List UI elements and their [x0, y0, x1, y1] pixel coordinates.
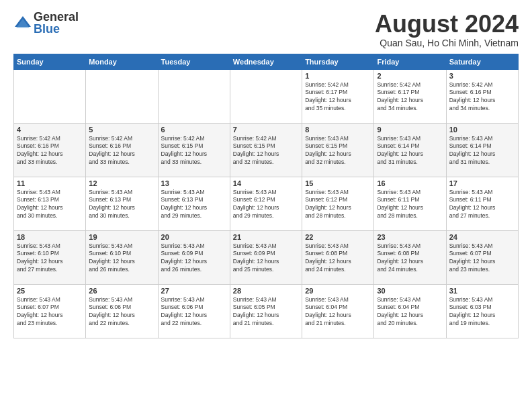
day-info: Sunrise: 5:42 AM Sunset: 6:16 PM Dayligh… [17, 135, 83, 167]
day-info: Sunrise: 5:43 AM Sunset: 6:10 PM Dayligh… [17, 242, 83, 275]
day-number: 25 [17, 287, 83, 295]
day-number: 29 [305, 287, 371, 295]
calendar-cell: 9Sunrise: 5:43 AM Sunset: 6:14 PM Daylig… [374, 123, 446, 177]
day-number: 15 [305, 179, 371, 187]
day-info: Sunrise: 5:42 AM Sunset: 6:16 PM Dayligh… [89, 135, 154, 167]
calendar-cell: 15Sunrise: 5:43 AM Sunset: 6:12 PM Dayli… [302, 177, 374, 230]
calendar-cell: 22Sunrise: 5:43 AM Sunset: 6:08 PM Dayli… [302, 230, 374, 284]
day-info: Sunrise: 5:43 AM Sunset: 6:10 PM Dayligh… [89, 242, 154, 275]
day-number: 28 [233, 287, 299, 295]
calendar-cell: 4Sunrise: 5:42 AM Sunset: 6:16 PM Daylig… [14, 123, 86, 177]
day-number: 30 [377, 287, 443, 295]
day-info: Sunrise: 5:42 AM Sunset: 6:16 PM Dayligh… [449, 81, 515, 113]
day-number: 6 [161, 126, 227, 134]
calendar-cell: 16Sunrise: 5:43 AM Sunset: 6:11 PM Dayli… [374, 177, 446, 230]
day-info: Sunrise: 5:42 AM Sunset: 6:17 PM Dayligh… [377, 81, 443, 113]
calendar-cell: 20Sunrise: 5:43 AM Sunset: 6:09 PM Dayli… [158, 230, 230, 284]
calendar-cell: 28Sunrise: 5:43 AM Sunset: 6:05 PM Dayli… [230, 284, 302, 338]
day-number: 19 [89, 233, 154, 241]
calendar-cell: 23Sunrise: 5:43 AM Sunset: 6:08 PM Dayli… [374, 230, 446, 284]
day-info: Sunrise: 5:43 AM Sunset: 6:09 PM Dayligh… [161, 242, 227, 275]
day-number: 8 [305, 126, 371, 134]
day-number: 7 [233, 126, 299, 134]
logo-general: General [34, 11, 79, 23]
calendar-cell: 25Sunrise: 5:43 AM Sunset: 6:07 PM Dayli… [14, 284, 86, 338]
calendar-week-row: 11Sunrise: 5:43 AM Sunset: 6:13 PM Dayli… [14, 177, 519, 230]
calendar: SundayMondayTuesdayWednesdayThursdayFrid… [13, 54, 519, 338]
day-info: Sunrise: 5:43 AM Sunset: 6:15 PM Dayligh… [305, 135, 371, 167]
calendar-cell: 27Sunrise: 5:43 AM Sunset: 6:06 PM Dayli… [158, 284, 230, 338]
weekday-header-cell: Saturday [446, 54, 518, 69]
header: General Blue August 2024 Quan Sau, Ho Ch… [13, 11, 519, 48]
calendar-cell [86, 69, 158, 123]
calendar-cell: 2Sunrise: 5:42 AM Sunset: 6:17 PM Daylig… [374, 69, 446, 123]
calendar-cell: 24Sunrise: 5:43 AM Sunset: 6:07 PM Dayli… [446, 230, 518, 284]
calendar-cell: 13Sunrise: 5:43 AM Sunset: 6:13 PM Dayli… [158, 177, 230, 230]
day-number: 18 [17, 233, 83, 241]
logo-blue: Blue [34, 23, 79, 35]
calendar-week-row: 18Sunrise: 5:43 AM Sunset: 6:10 PM Dayli… [14, 230, 519, 284]
day-number: 21 [233, 233, 299, 241]
calendar-body: 1Sunrise: 5:42 AM Sunset: 6:17 PM Daylig… [14, 69, 519, 338]
weekday-header-row: SundayMondayTuesdayWednesdayThursdayFrid… [14, 54, 519, 69]
calendar-cell: 6Sunrise: 5:42 AM Sunset: 6:15 PM Daylig… [158, 123, 230, 177]
calendar-week-row: 1Sunrise: 5:42 AM Sunset: 6:17 PM Daylig… [14, 69, 519, 123]
calendar-cell: 14Sunrise: 5:43 AM Sunset: 6:12 PM Dayli… [230, 177, 302, 230]
day-number: 31 [449, 287, 515, 295]
weekday-header-cell: Tuesday [158, 54, 230, 69]
calendar-cell [158, 69, 230, 123]
calendar-cell: 29Sunrise: 5:43 AM Sunset: 6:04 PM Dayli… [302, 284, 374, 338]
calendar-cell: 21Sunrise: 5:43 AM Sunset: 6:09 PM Dayli… [230, 230, 302, 284]
calendar-cell: 7Sunrise: 5:42 AM Sunset: 6:15 PM Daylig… [230, 123, 302, 177]
calendar-cell [14, 69, 86, 123]
calendar-cell: 18Sunrise: 5:43 AM Sunset: 6:10 PM Dayli… [14, 230, 86, 284]
day-number: 10 [449, 126, 515, 134]
calendar-cell: 26Sunrise: 5:43 AM Sunset: 6:06 PM Dayli… [86, 284, 158, 338]
day-info: Sunrise: 5:42 AM Sunset: 6:17 PM Dayligh… [305, 81, 371, 113]
page: General Blue August 2024 Quan Sau, Ho Ch… [0, 0, 532, 411]
calendar-cell: 1Sunrise: 5:42 AM Sunset: 6:17 PM Daylig… [302, 69, 374, 123]
day-info: Sunrise: 5:42 AM Sunset: 6:15 PM Dayligh… [233, 135, 299, 167]
day-info: Sunrise: 5:43 AM Sunset: 6:05 PM Dayligh… [233, 296, 299, 328]
day-number: 5 [89, 126, 154, 134]
day-info: Sunrise: 5:43 AM Sunset: 6:07 PM Dayligh… [17, 296, 83, 328]
calendar-week-row: 4Sunrise: 5:42 AM Sunset: 6:16 PM Daylig… [14, 123, 519, 177]
day-number: 13 [161, 179, 227, 187]
day-info: Sunrise: 5:43 AM Sunset: 6:04 PM Dayligh… [377, 296, 443, 328]
calendar-cell: 3Sunrise: 5:42 AM Sunset: 6:16 PM Daylig… [446, 69, 518, 123]
logo-text: General Blue [34, 11, 79, 35]
calendar-cell: 10Sunrise: 5:43 AM Sunset: 6:14 PM Dayli… [446, 123, 518, 177]
day-number: 1 [305, 72, 371, 80]
day-info: Sunrise: 5:43 AM Sunset: 6:11 PM Dayligh… [449, 189, 515, 221]
day-info: Sunrise: 5:43 AM Sunset: 6:12 PM Dayligh… [305, 189, 371, 221]
weekday-header-cell: Thursday [302, 54, 374, 69]
day-info: Sunrise: 5:43 AM Sunset: 6:06 PM Dayligh… [89, 296, 154, 328]
calendar-cell: 30Sunrise: 5:43 AM Sunset: 6:04 PM Dayli… [374, 284, 446, 338]
title-block: August 2024 Quan Sau, Ho Chi Minh, Vietn… [375, 11, 519, 48]
calendar-cell: 11Sunrise: 5:43 AM Sunset: 6:13 PM Dayli… [14, 177, 86, 230]
logo-icon [13, 13, 32, 32]
day-info: Sunrise: 5:43 AM Sunset: 6:08 PM Dayligh… [377, 242, 443, 275]
day-number: 22 [305, 233, 371, 241]
logo: General Blue [13, 11, 79, 35]
day-info: Sunrise: 5:43 AM Sunset: 6:06 PM Dayligh… [161, 296, 227, 328]
calendar-cell [230, 69, 302, 123]
day-number: 26 [89, 287, 154, 295]
day-info: Sunrise: 5:43 AM Sunset: 6:09 PM Dayligh… [233, 242, 299, 275]
day-info: Sunrise: 5:43 AM Sunset: 6:07 PM Dayligh… [449, 242, 515, 275]
day-number: 17 [449, 179, 515, 187]
weekday-header-cell: Monday [86, 54, 158, 69]
day-info: Sunrise: 5:43 AM Sunset: 6:11 PM Dayligh… [377, 189, 443, 221]
calendar-cell: 17Sunrise: 5:43 AM Sunset: 6:11 PM Dayli… [446, 177, 518, 230]
day-info: Sunrise: 5:43 AM Sunset: 6:03 PM Dayligh… [449, 296, 515, 328]
weekday-header-cell: Wednesday [230, 54, 302, 69]
day-info: Sunrise: 5:43 AM Sunset: 6:08 PM Dayligh… [305, 242, 371, 275]
weekday-header-cell: Sunday [14, 54, 86, 69]
calendar-cell: 31Sunrise: 5:43 AM Sunset: 6:03 PM Dayli… [446, 284, 518, 338]
calendar-cell: 8Sunrise: 5:43 AM Sunset: 6:15 PM Daylig… [302, 123, 374, 177]
day-info: Sunrise: 5:43 AM Sunset: 6:13 PM Dayligh… [17, 189, 83, 221]
day-info: Sunrise: 5:42 AM Sunset: 6:15 PM Dayligh… [161, 135, 227, 167]
weekday-header-cell: Friday [374, 54, 446, 69]
day-info: Sunrise: 5:43 AM Sunset: 6:14 PM Dayligh… [377, 135, 443, 167]
day-number: 12 [89, 179, 154, 187]
